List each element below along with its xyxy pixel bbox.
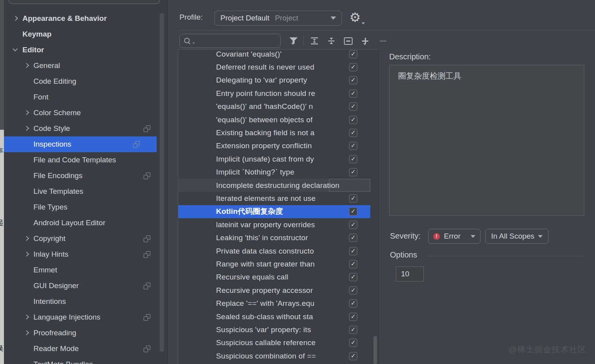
- inspection-checkbox[interactable]: [349, 234, 357, 242]
- inspection-checkbox[interactable]: [349, 129, 357, 137]
- inspection-checkbox[interactable]: [349, 286, 357, 294]
- sidebar-item-file-types[interactable]: File Types: [4, 199, 167, 215]
- sidebar-item-inspections[interactable]: Inspections: [4, 136, 157, 152]
- inspection-checkbox[interactable]: [349, 247, 357, 255]
- inspection-row[interactable]: Delegating to 'var' property: [178, 74, 370, 87]
- list-scrollbar[interactable]: [373, 336, 377, 364]
- expand-all-icon[interactable]: [309, 35, 320, 47]
- sidebar-item-language-injections[interactable]: Language Injections: [4, 309, 167, 325]
- inspection-row[interactable]: Implicit `Nothing?` type: [178, 166, 370, 179]
- disable-inspection-icon[interactable]: [343, 35, 353, 47]
- sidebar-item-appearance-behavior[interactable]: Appearance & Behavior: [4, 11, 167, 26]
- underlying-window-strip-top: [0, 0, 4, 130]
- inspection-row[interactable]: lateinit var property overrides: [178, 218, 370, 231]
- inspection-checkbox[interactable]: [349, 89, 357, 97]
- severity-dropdown[interactable]: Error: [428, 229, 480, 244]
- inspection-checkbox[interactable]: [349, 103, 357, 111]
- sidebar-item-textmate-bundles[interactable]: TextMate Bundles: [4, 357, 167, 364]
- inspection-checkbox[interactable]: [349, 194, 357, 202]
- inspection-row[interactable]: Covariant 'equals()': [178, 49, 370, 61]
- inspection-search-input[interactable]: [179, 34, 281, 48]
- chevron-icon: [24, 330, 29, 336]
- inspection-label: Suspicious callable reference: [216, 338, 316, 347]
- inspection-checkbox[interactable]: [349, 155, 357, 163]
- chevron-icon: [24, 267, 29, 273]
- inspection-checkbox[interactable]: [349, 339, 357, 347]
- inspection-row[interactable]: Suspicious 'var' property: its: [178, 323, 370, 336]
- sidebar-item-editor[interactable]: Editor: [4, 42, 167, 58]
- inspection-row[interactable]: Deferred result is never used: [178, 61, 370, 74]
- inspection-row[interactable]: Suspicious combination of ==: [178, 349, 370, 362]
- inspection-row[interactable]: Implicit (unsafe) cast from dy: [178, 153, 370, 165]
- add-icon[interactable]: [360, 35, 370, 47]
- profile-dropdown[interactable]: Project Default Project: [214, 11, 342, 26]
- sidebar-item-reader-mode[interactable]: Reader Mode: [4, 341, 167, 357]
- sidebar-item-intentions[interactable]: Intentions: [4, 294, 167, 309]
- inspection-row[interactable]: Sealed sub-class without sta: [178, 310, 370, 323]
- inspection-label: Recursive equals call: [216, 273, 288, 281]
- chevron-icon: [13, 16, 18, 21]
- inspection-checkbox[interactable]: [349, 76, 357, 85]
- inspection-row[interactable]: Recursive equals call: [178, 271, 370, 284]
- chevron-icon: [24, 204, 29, 210]
- sidebar-item-inlay-hints[interactable]: Inlay Hints: [4, 246, 167, 262]
- inspection-checkbox[interactable]: [349, 273, 357, 281]
- inspection-checkbox[interactable]: [349, 63, 357, 72]
- sidebar-item-file-encodings[interactable]: File Encodings: [4, 168, 167, 184]
- inspection-row[interactable]: Incomplete destructuring declaration: [178, 179, 370, 192]
- inspection-row[interactable]: Existing backing field is not a: [178, 126, 370, 139]
- inspection-label: 'equals()' between objects of: [216, 116, 312, 124]
- inspection-row[interactable]: Entry point function should re: [178, 87, 370, 100]
- inspection-checkbox[interactable]: [349, 352, 357, 360]
- sidebar-item-live-templates[interactable]: Live Templates: [4, 184, 167, 199]
- scope-dropdown[interactable]: In All Scopes: [485, 229, 549, 244]
- remove-icon[interactable]: [379, 35, 387, 47]
- inspection-checkbox[interactable]: [349, 260, 357, 268]
- inspection-row[interactable]: 'equals()' and 'hashCode()' n: [178, 100, 370, 113]
- sidebar-item-label: Emmet: [33, 266, 57, 274]
- inspection-row[interactable]: Suspicious callable reference: [178, 336, 370, 349]
- sidebar-item-general[interactable]: General: [4, 58, 167, 74]
- settings-dialog: 丰17起ir误 Appearance & Behavior Keymap Edi…: [0, 0, 595, 364]
- inspection-checkbox[interactable]: [349, 208, 357, 216]
- inspection-row[interactable]: Range with start greater than: [178, 257, 370, 270]
- sidebar-scrollbar[interactable]: [160, 13, 164, 352]
- filter-icon[interactable]: [288, 35, 299, 47]
- inspection-row[interactable]: Extension property conflictin: [178, 140, 370, 153]
- settings-sidebar: Appearance & Behavior Keymap Editor Gene…: [4, 0, 168, 364]
- inspection-checkbox[interactable]: [349, 168, 357, 176]
- sidebar-item-proofreading[interactable]: Proofreading: [4, 325, 167, 341]
- sidebar-item-emmet[interactable]: Emmet: [4, 262, 167, 278]
- copy-icon: [133, 141, 140, 148]
- sidebar-item-code-style[interactable]: Code Style: [4, 121, 167, 136]
- inspection-row[interactable]: Kotlin代码圈复杂度: [178, 205, 370, 218]
- sidebar-item-android-layout-editor[interactable]: Android Layout Editor: [4, 215, 167, 231]
- inspection-checkbox[interactable]: [349, 116, 357, 124]
- inspection-checkbox[interactable]: [349, 313, 357, 321]
- inspection-row[interactable]: Replace '==' with 'Arrays.equ: [178, 297, 370, 310]
- sidebar-item-keymap[interactable]: Keymap: [4, 26, 167, 42]
- inspection-checkbox[interactable]: [349, 300, 357, 308]
- inspection-row[interactable]: 'equals()' between objects of: [178, 113, 370, 126]
- sidebar-item-color-scheme[interactable]: Color Scheme: [4, 105, 167, 121]
- sidebar-item-font[interactable]: Font: [4, 89, 167, 105]
- collapse-all-icon[interactable]: [326, 35, 336, 47]
- inspection-label: Sealed sub-class without sta: [216, 313, 313, 321]
- gear-icon[interactable]: ⚙: [349, 9, 361, 25]
- sidebar-item-code-editing[interactable]: Code Editing: [4, 74, 167, 89]
- chevron-icon: [24, 236, 29, 241]
- inspection-checkbox[interactable]: [349, 221, 357, 229]
- inspection-row[interactable]: Iterated elements are not use: [178, 192, 370, 205]
- sidebar-item-copyright[interactable]: Copyright: [4, 231, 167, 246]
- description-box: 圈复杂度检测工具: [389, 65, 584, 216]
- inspection-row[interactable]: Private data class constructo: [178, 245, 370, 257]
- inspection-checkbox[interactable]: [349, 50, 357, 58]
- settings-search-input[interactable]: [9, 0, 160, 4]
- inspection-row[interactable]: Recursive property accessor: [178, 284, 370, 297]
- sidebar-item-gui-designer[interactable]: GUI Designer: [4, 278, 167, 294]
- inspection-row[interactable]: Leaking 'this' in constructor: [178, 231, 370, 244]
- sidebar-item-file-and-code-templates[interactable]: File and Code Templates: [4, 152, 167, 168]
- inspection-checkbox[interactable]: [349, 325, 357, 334]
- inspection-checkbox[interactable]: [349, 142, 357, 150]
- complexity-threshold-field[interactable]: 10: [396, 267, 424, 281]
